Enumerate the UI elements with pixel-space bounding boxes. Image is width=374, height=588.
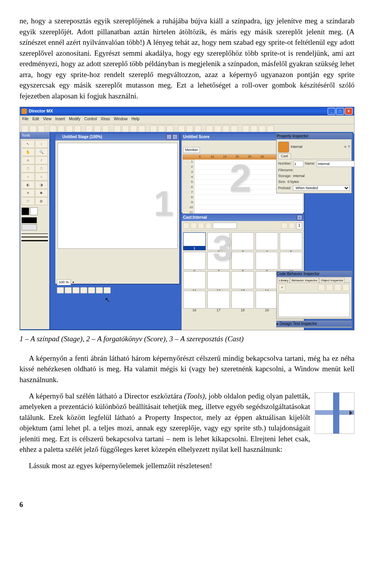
cast-cell-12[interactable]: 12	[207, 271, 230, 289]
toolbar-button-24[interactable]	[242, 125, 249, 132]
menu-edit[interactable]: Edit	[32, 116, 39, 123]
cast-cell-17[interactable]: 17	[207, 291, 230, 309]
menu-view[interactable]: View	[43, 116, 51, 123]
toolbar-button-25[interactable]	[251, 125, 258, 132]
loop-button[interactable]	[104, 287, 111, 293]
list-view-icon[interactable]: ≡	[344, 144, 346, 149]
step-back-button[interactable]	[80, 287, 87, 293]
tool-13[interactable]: ✱	[35, 189, 48, 197]
tool-12[interactable]: ✕	[21, 189, 35, 197]
cast-cell-9[interactable]: 9	[256, 252, 278, 270]
toolbar-button-19[interactable]	[194, 125, 201, 132]
stage-canvas[interactable]: 1	[58, 143, 178, 249]
cast-view-grid-button[interactable]	[183, 223, 189, 229]
cast-cell-1[interactable]: 1	[183, 232, 206, 250]
bi-add-button[interactable]: +	[279, 284, 286, 291]
pi-number-field[interactable]	[293, 161, 303, 167]
toolbar-button-3[interactable]	[49, 125, 56, 132]
toolbar-button-15[interactable]	[158, 125, 165, 132]
toolbar-button-26[interactable]	[259, 125, 266, 132]
toolbar-button-22[interactable]	[222, 125, 229, 132]
cast-cell-14[interactable]: 14	[256, 271, 278, 289]
cast-view-list-button[interactable]	[191, 223, 197, 229]
cast-cell-18[interactable]: 18	[231, 291, 254, 309]
toolbar-button-9[interactable]	[102, 125, 109, 132]
toolbar-button-7[interactable]	[86, 125, 93, 132]
cast-prev-button[interactable]	[198, 223, 204, 229]
menu-modify[interactable]: Modify	[69, 116, 80, 123]
cast-cell-7[interactable]: 7	[207, 252, 230, 270]
foreground-color-swatch[interactable]	[21, 207, 29, 215]
line-weight-picker[interactable]	[20, 231, 49, 245]
play-button[interactable]	[72, 287, 79, 293]
toolbar-button-21[interactable]	[214, 125, 221, 132]
tool-0[interactable]: ↖	[21, 140, 35, 148]
cast-cell-16[interactable]: 16	[183, 291, 206, 309]
bi-tab-0[interactable]: Library	[277, 278, 290, 283]
pi-tab-cast[interactable]: Cast	[278, 153, 291, 159]
bi-tab-2[interactable]: Object Inspector	[319, 278, 345, 283]
toolbar-button-5[interactable]	[66, 125, 73, 132]
step-forward-button[interactable]	[88, 287, 95, 293]
bi-tool-1[interactable]	[318, 284, 325, 291]
rewind-button[interactable]	[57, 287, 64, 293]
pi-name-field[interactable]	[317, 161, 354, 167]
design-text-inspector-panel[interactable]: ▸ Design:Text Inspector	[276, 321, 352, 328]
cast-cell-11[interactable]: 11	[183, 271, 206, 289]
menu-xtras[interactable]: Xtras	[101, 116, 110, 123]
tool-15[interactable]: ⊞	[35, 197, 48, 205]
stage-maximize-button[interactable]: □	[172, 134, 178, 140]
cast-cell-19[interactable]: 19	[256, 291, 278, 309]
bi-up-button[interactable]	[334, 284, 341, 291]
stop-button[interactable]	[65, 287, 72, 293]
zoom-dropdown-icon[interactable]: ▾	[72, 280, 74, 285]
tool-7[interactable]: □	[35, 165, 48, 172]
toolbar-button-23[interactable]	[231, 125, 238, 132]
tool-4[interactable]: A	[21, 156, 35, 164]
pi-preload-select[interactable]: When Needed	[293, 185, 350, 191]
help-icon[interactable]: ?	[348, 144, 350, 149]
bi-down-button[interactable]	[342, 284, 349, 291]
volume-button[interactable]	[96, 287, 103, 293]
window-close-button[interactable]: ×	[345, 108, 353, 115]
toolbar-button-0[interactable]	[21, 125, 28, 132]
tool-3[interactable]: 🔍	[35, 148, 48, 156]
toolbar-button-16[interactable]	[166, 125, 173, 132]
fill-none-swatch[interactable]	[21, 224, 37, 230]
toolbar-button-6[interactable]	[74, 125, 81, 132]
tool-5[interactable]: /	[35, 156, 48, 164]
cast-cell-6[interactable]: 6	[183, 252, 206, 270]
cast-next-button[interactable]	[205, 223, 212, 229]
cast-name-field[interactable]	[213, 223, 237, 229]
toolbar-button-8[interactable]	[94, 125, 101, 132]
cast-cell-8[interactable]: 8	[231, 252, 254, 270]
window-minimize-button[interactable]: _	[328, 108, 335, 115]
toolbar-button-13[interactable]	[138, 125, 145, 132]
stage-minimize-button[interactable]: _	[166, 134, 172, 140]
tool-8[interactable]: ○	[21, 173, 35, 181]
menu-bar[interactable]: FileEditViewInsertModifyControlXtrasWind…	[20, 116, 354, 125]
toolbar-button-4[interactable]	[58, 125, 65, 132]
toolbar-button-1[interactable]	[30, 125, 37, 132]
tool-1[interactable]: ↕	[35, 140, 48, 148]
tool-9[interactable]: ○	[35, 173, 48, 181]
toolbar-button-17[interactable]	[178, 125, 185, 132]
toolbar-button-18[interactable]	[186, 125, 193, 132]
toolbar-button-11[interactable]	[122, 125, 129, 132]
toolbar-button-2[interactable]	[38, 125, 45, 132]
tool-2[interactable]: ✋	[21, 148, 35, 156]
bi-tool-2[interactable]	[326, 284, 333, 291]
menu-control[interactable]: Control	[84, 116, 97, 123]
menu-file[interactable]: File	[22, 116, 28, 123]
toolbar-button-14[interactable]	[150, 125, 157, 132]
window-maximize-button[interactable]: □	[336, 108, 344, 115]
stage-zoom[interactable]: 100 %	[57, 279, 71, 285]
cast-cell-2[interactable]: 2	[207, 232, 230, 250]
tool-10[interactable]: ◐	[21, 181, 35, 189]
menu-insert[interactable]: Insert	[55, 116, 65, 123]
menu-window[interactable]: Window	[114, 116, 128, 123]
cast-cell-4[interactable]: 4	[256, 232, 278, 250]
toolbar-button-10[interactable]	[114, 125, 121, 132]
tool-6[interactable]: □	[21, 165, 35, 172]
toolbar-button-27[interactable]	[267, 125, 274, 132]
